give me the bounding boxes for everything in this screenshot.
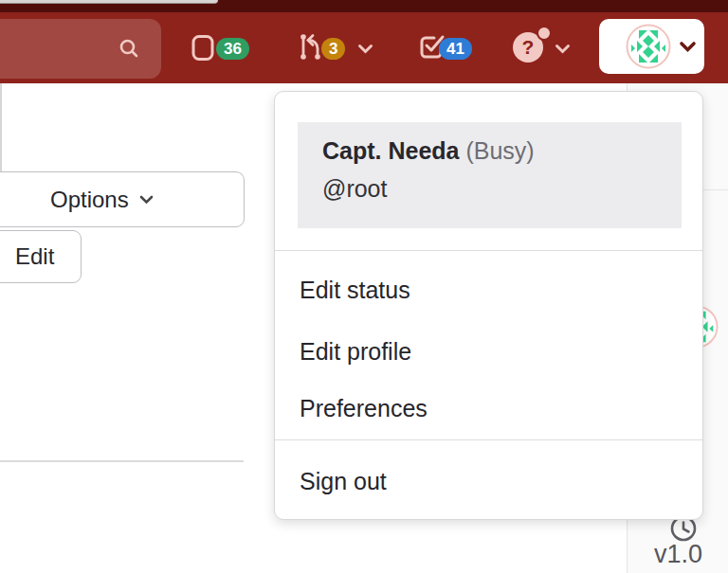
search-input[interactable] <box>0 19 161 79</box>
issues-count-badge[interactable]: 36 <box>216 38 249 60</box>
menu-item-preferences[interactable]: Preferences <box>275 385 702 431</box>
browser-edge-artifact <box>0 0 218 4</box>
chevron-down-icon[interactable] <box>357 44 373 55</box>
version-label: v1.0 <box>628 540 728 569</box>
menu-divider <box>275 250 702 251</box>
merge-requests-count-badge[interactable]: 3 <box>321 38 345 60</box>
user-avatar <box>626 24 671 69</box>
user-name: Capt. Needa <box>322 137 459 164</box>
chevron-down-icon <box>139 195 154 205</box>
edit-button-label: Edit <box>15 243 54 270</box>
issues-icon[interactable] <box>191 34 216 62</box>
content-divider <box>0 460 244 462</box>
notification-dot <box>537 26 552 41</box>
menu-divider <box>275 439 702 440</box>
content-left-border <box>0 83 2 171</box>
user-info: Capt. Needa (Busy) @root <box>298 122 682 228</box>
menu-item-edit-status[interactable]: Edit status <box>275 267 702 313</box>
user-status: (Busy) <box>465 137 534 164</box>
user-dropdown-menu: Capt. Needa (Busy) @root Edit status Edi… <box>274 91 703 520</box>
options-button[interactable]: Options <box>0 171 245 227</box>
search-icon <box>118 37 140 60</box>
edit-button[interactable]: Edit <box>0 230 82 283</box>
menu-item-edit-profile[interactable]: Edit profile <box>275 329 702 374</box>
user-username: @root <box>322 175 387 203</box>
menu-item-sign-out[interactable]: Sign out <box>275 458 702 504</box>
chevron-down-icon <box>679 41 697 53</box>
user-menu-toggle[interactable] <box>599 19 704 74</box>
todos-count-badge[interactable]: 41 <box>439 38 472 60</box>
options-button-label: Options <box>50 187 129 213</box>
app-window: 36 3 41 ? <box>0 0 728 573</box>
chevron-down-icon[interactable] <box>555 44 571 55</box>
top-navbar: 36 3 41 ? <box>0 0 728 83</box>
